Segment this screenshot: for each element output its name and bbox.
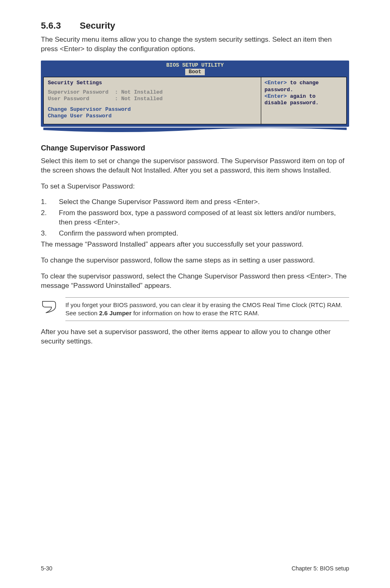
bios-help-panel: <Enter> to change password. <Enter> agai… — [261, 77, 347, 124]
section-heading: 5.6.3Security — [41, 20, 349, 31]
bios-help-text: again to — [287, 93, 316, 99]
step-item: 2. From the password box, type a passwor… — [41, 209, 349, 227]
note-block: If you forget your BIOS password, you ca… — [41, 297, 349, 321]
paragraph: After you have set a supervisor password… — [41, 328, 349, 346]
bios-help-key: <Enter> — [264, 80, 287, 86]
bios-item-value: : Not Installed — [115, 96, 163, 102]
step-text: Confirm the password when prompted. — [59, 229, 349, 238]
bios-item-label: Supervisor Password — [48, 89, 108, 95]
bios-title: BIOS SETUP UTILITY — [41, 61, 349, 69]
section-title: Security — [80, 20, 115, 31]
section-number: 5.6.3 — [41, 20, 80, 31]
bios-item-label: User Password — [48, 96, 89, 102]
step-text: Select the Change Supervisor Password it… — [59, 197, 349, 207]
step-number: 3. — [41, 229, 59, 238]
paragraph: Select this item to set or change the su… — [41, 157, 349, 175]
bios-action-change-user: Change User Password — [48, 113, 257, 119]
bios-help-text: disable password. — [264, 100, 343, 106]
chapter-label: Chapter 5: BIOS setup — [291, 565, 349, 572]
bios-item-user: User Password : Not Installed — [48, 96, 257, 102]
step-item: 3. Confirm the password when prompted. — [41, 229, 349, 238]
bios-item-value: : Not Installed — [115, 89, 163, 95]
page-number: 5-30 — [41, 565, 52, 572]
bios-help-key: <Enter> — [264, 93, 287, 99]
bios-help-text: password. — [264, 87, 343, 93]
note-icon — [41, 297, 65, 317]
bios-tab-boot: Boot — [185, 69, 204, 75]
paragraph: The message “Password Installed” appears… — [41, 240, 349, 249]
paragraph: To set a Supervisor Password: — [41, 182, 349, 191]
intro-paragraph: The Security menu items allow you to cha… — [41, 35, 349, 54]
note-text-bold: 2.6 Jumper — [99, 310, 132, 316]
paragraph: To clear the supervisor password, select… — [41, 272, 349, 291]
step-text: From the password box, type a password c… — [59, 209, 349, 227]
note-body: If you forget your BIOS password, you ca… — [65, 297, 349, 321]
paragraph: To change the supervisor password, follo… — [41, 256, 349, 265]
steps-list: 1. Select the Change Supervisor Password… — [41, 197, 349, 238]
bios-tab-bar: Boot — [41, 69, 349, 77]
note-text-post: for information on how to erase the RTC … — [132, 310, 259, 316]
bios-item-supervisor: Supervisor Password : Not Installed — [48, 89, 257, 96]
step-item: 1. Select the Change Supervisor Password… — [41, 197, 349, 207]
bios-help-text: to change — [287, 80, 319, 86]
step-number: 1. — [41, 197, 59, 207]
bios-section-title: Security Settings — [48, 80, 257, 86]
bios-bottom-decoration — [41, 128, 349, 134]
bios-left-panel: Security Settings Supervisor Password : … — [43, 77, 261, 124]
bios-action-change-supervisor: Change Supervisor Password — [48, 106, 257, 113]
subheading: Change Supervisor Password — [41, 144, 349, 153]
step-number: 2. — [41, 209, 59, 227]
page-footer: 5-30 Chapter 5: BIOS setup — [41, 565, 349, 572]
bios-screenshot: BIOS SETUP UTILITY Boot Security Setting… — [41, 61, 349, 127]
